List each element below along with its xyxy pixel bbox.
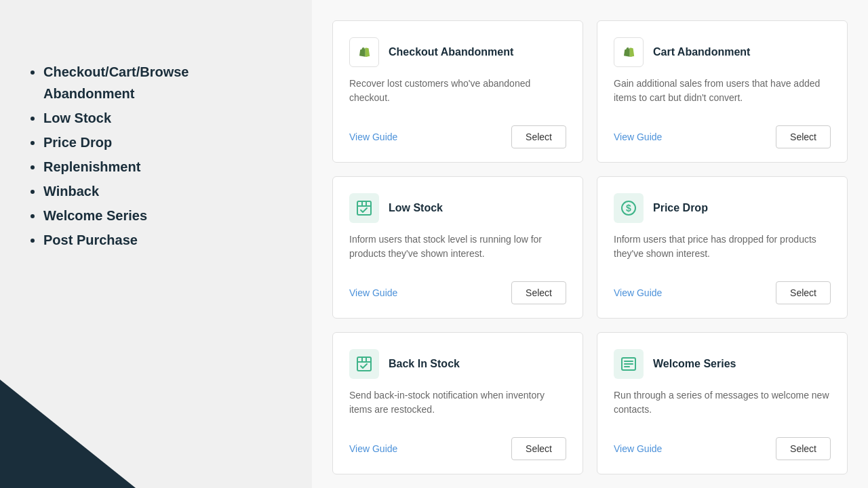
- sidebar-list-item: Winback: [43, 180, 278, 202]
- select-button[interactable]: Select: [511, 125, 566, 148]
- green-box-icon: [349, 193, 379, 223]
- sidebar-list-item: Low Stock: [43, 107, 278, 129]
- content-area: Checkout Abandonment Recover lost custom…: [312, 0, 868, 488]
- select-button[interactable]: Select: [776, 125, 831, 148]
- select-button[interactable]: Select: [776, 281, 831, 304]
- sidebar-list-item: Price Drop: [43, 131, 278, 153]
- card-footer: View Guide Select: [614, 274, 831, 304]
- card-title: Welcome Series: [653, 358, 736, 370]
- sidebar-list-item: Replenishment: [43, 156, 278, 178]
- view-guide-link[interactable]: View Guide: [614, 443, 662, 454]
- card-header: Back In Stock: [349, 349, 566, 379]
- view-guide-link[interactable]: View Guide: [614, 287, 662, 298]
- card-welcome-series: Welcome Series Run through a series of m…: [597, 332, 848, 474]
- sidebar-list-item: Post Purchase: [43, 229, 278, 251]
- shopify-icon: [614, 37, 644, 67]
- sidebar-list-item: Welcome Series: [43, 205, 278, 226]
- card-back-in-stock: Back In Stock Send back-in-stock notific…: [332, 332, 583, 474]
- card-price-drop: $ Price Drop Inform users that price has…: [597, 176, 848, 319]
- card-title: Cart Abandonment: [653, 46, 750, 58]
- view-guide-link[interactable]: View Guide: [349, 131, 397, 142]
- card-footer: View Guide Select: [614, 119, 831, 148]
- view-guide-link[interactable]: View Guide: [349, 287, 397, 298]
- card-header: Low Stock: [349, 193, 566, 223]
- card-description: Run through a series of messages to welc…: [614, 388, 831, 417]
- card-header: $ Price Drop: [614, 193, 831, 223]
- green-dollar-icon: $: [614, 193, 644, 223]
- card-cart-abandonment: Cart Abandonment Gain additional sales f…: [597, 20, 848, 163]
- green-box-icon: [349, 349, 379, 379]
- card-description: Recover lost customers who've abandoned …: [349, 77, 566, 105]
- card-title: Back In Stock: [389, 358, 460, 370]
- card-header: Welcome Series: [614, 349, 831, 379]
- card-description: Inform users that stock level is running…: [349, 232, 566, 261]
- select-button[interactable]: Select: [511, 437, 566, 460]
- shopify-icon: [349, 37, 379, 67]
- sidebar: Checkout/Cart/Browse AbandonmentLow Stoc…: [0, 0, 312, 488]
- sidebar-list-item: Checkout/Cart/Browse Abandonment: [43, 61, 278, 104]
- svg-rect-2: [357, 201, 371, 215]
- card-header: Cart Abandonment: [614, 37, 831, 67]
- select-button[interactable]: Select: [511, 281, 566, 304]
- sidebar-triangle-decoration: [0, 380, 271, 488]
- cards-grid: Checkout Abandonment Recover lost custom…: [332, 20, 848, 474]
- card-footer: View Guide Select: [349, 430, 566, 460]
- view-guide-link[interactable]: View Guide: [349, 443, 397, 454]
- svg-rect-5: [357, 357, 371, 371]
- card-title: Checkout Abandonment: [389, 46, 513, 58]
- card-title: Price Drop: [653, 202, 708, 214]
- card-description: Inform users that price has dropped for …: [614, 232, 831, 261]
- view-guide-link[interactable]: View Guide: [614, 131, 662, 142]
- svg-text:$: $: [626, 203, 631, 214]
- card-description: Gain additional sales from users that ha…: [614, 77, 831, 105]
- card-footer: View Guide Select: [349, 274, 566, 304]
- select-button[interactable]: Select: [776, 437, 831, 460]
- sidebar-list: Checkout/Cart/Browse AbandonmentLow Stoc…: [27, 61, 278, 253]
- card-footer: View Guide Select: [614, 430, 831, 460]
- svg-point-0: [363, 47, 365, 49]
- card-description: Send back-in-stock notification when inv…: [349, 388, 566, 417]
- svg-point-1: [628, 47, 629, 49]
- card-title: Low Stock: [389, 202, 443, 214]
- card-checkout-abandonment: Checkout Abandonment Recover lost custom…: [332, 20, 583, 163]
- card-footer: View Guide Select: [349, 119, 566, 148]
- card-header: Checkout Abandonment: [349, 37, 566, 67]
- green-list-icon: [614, 349, 644, 379]
- card-low-stock: Low Stock Inform users that stock level …: [332, 176, 583, 319]
